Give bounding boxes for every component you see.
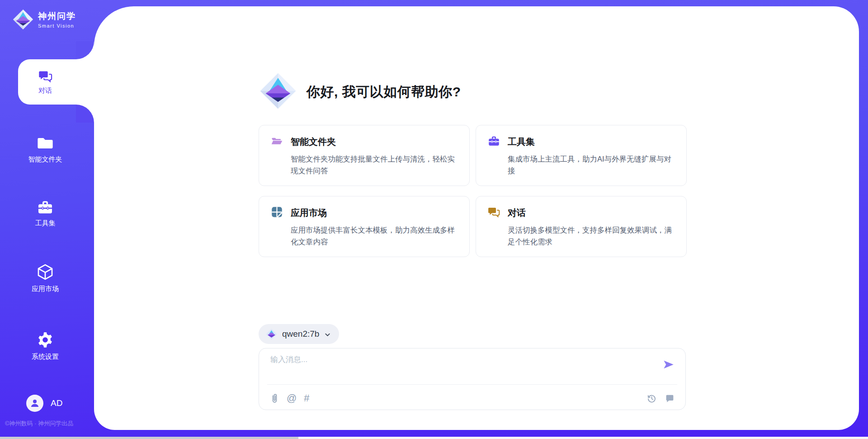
chevron-down-icon xyxy=(324,331,331,338)
sidebar-item-app-market[interactable]: 应用市场 xyxy=(18,263,72,293)
card-app-market[interactable]: 应用市场 应用市场提供丰富长文本模板，助力高效生成多样化文章内容 xyxy=(259,196,470,257)
sidebar-item-toolset[interactable]: 工具集 xyxy=(18,199,72,228)
main-content-panel: 你好, 我可以如何帮助你? 智能文件夹 智能文件夹功能支持批量文件上传与清洗，轻… xyxy=(94,6,859,430)
horizontal-scrollbar-thumb[interactable] xyxy=(0,437,298,439)
sidebar-item-label: 系统设置 xyxy=(32,353,59,361)
avatar xyxy=(26,395,43,412)
sidebar-item-label: 对话 xyxy=(38,86,52,95)
sidebar-item-label: 智能文件夹 xyxy=(28,155,62,164)
brand-diamond-icon xyxy=(13,9,33,30)
tab-curve-top xyxy=(76,41,94,59)
history-icon[interactable] xyxy=(647,394,656,403)
toolbox-icon xyxy=(37,199,53,215)
card-desc: 灵活切换多模型文件，支持多样回复效果调试，满足个性化需求 xyxy=(508,224,675,248)
card-desc: 应用市场提供丰富长文本模板，助力高效生成多样化文章内容 xyxy=(291,224,458,248)
tab-curve-bottom xyxy=(76,105,94,123)
greeting-title: 你好, 我可以如何帮助你? xyxy=(307,83,461,101)
card-title: 对话 xyxy=(508,207,526,219)
sidebar-item-settings[interactable]: 系统设置 xyxy=(18,331,72,361)
sidebar-item-label: 工具集 xyxy=(35,219,56,228)
card-desc: 智能文件夹功能支持批量文件上传与清洗，轻松实现文件问答 xyxy=(291,153,458,177)
message-input[interactable]: 输入消息... xyxy=(270,354,307,365)
feature-cards: 智能文件夹 智能文件夹功能支持批量文件上传与清洗，轻松实现文件问答 xyxy=(259,125,687,257)
card-title: 工具集 xyxy=(508,136,535,148)
sidebar-item-label: 应用市场 xyxy=(32,285,59,293)
sidebar-item-smart-folder[interactable]: 智能文件夹 xyxy=(18,134,72,164)
hash-icon[interactable]: # xyxy=(304,393,309,403)
card-title: 智能文件夹 xyxy=(291,136,336,148)
message-composer[interactable]: 输入消息... @ # xyxy=(259,348,686,410)
brand-name-cn: 神州问学 xyxy=(38,10,76,22)
card-smart-folder[interactable]: 智能文件夹 智能文件夹功能支持批量文件上传与清洗，轻松实现文件问答 xyxy=(259,125,470,186)
card-toolset[interactable]: 工具集 集成市场上主流工具，助力AI与外界无缝扩展与对接 xyxy=(476,125,687,186)
brand-diamond-icon xyxy=(266,329,277,340)
paperclip-icon[interactable] xyxy=(270,393,279,404)
app-logo: 神州问学 Smart Vision xyxy=(13,9,76,30)
chat-icon xyxy=(38,69,52,83)
comment-icon[interactable] xyxy=(665,394,675,403)
at-icon[interactable]: @ xyxy=(287,393,297,403)
open-folder-icon xyxy=(271,135,283,149)
model-name: qwen2:7b xyxy=(282,329,319,339)
briefcase-icon xyxy=(488,135,500,149)
copyright-text: ©神州数码 · 神州问学出品 xyxy=(5,420,95,428)
brand-diamond-icon xyxy=(259,72,297,111)
send-icon[interactable] xyxy=(662,358,675,372)
user-name: AD xyxy=(51,398,62,408)
horizontal-scrollbar[interactable] xyxy=(0,437,868,439)
composer-divider xyxy=(267,384,677,385)
cube-icon xyxy=(36,263,54,281)
gear-icon xyxy=(36,331,54,349)
card-title: 应用市场 xyxy=(291,207,327,219)
grid-icon xyxy=(271,206,283,220)
greeting-row: 你好, 我可以如何帮助你? xyxy=(259,72,461,111)
user-profile[interactable]: AD xyxy=(26,395,62,412)
card-desc: 集成市场上主流工具，助力AI与外界无缝扩展与对接 xyxy=(508,153,675,177)
model-selector[interactable]: qwen2:7b xyxy=(259,324,339,344)
sidebar-item-chat[interactable]: 对话 xyxy=(18,59,94,105)
brand-name-en: Smart Vision xyxy=(38,23,76,29)
card-chat[interactable]: 对话 灵活切换多模型文件，支持多样回复效果调试，满足个性化需求 xyxy=(476,196,687,257)
chat-bubbles-icon xyxy=(488,206,500,220)
folder-icon xyxy=(37,134,54,152)
